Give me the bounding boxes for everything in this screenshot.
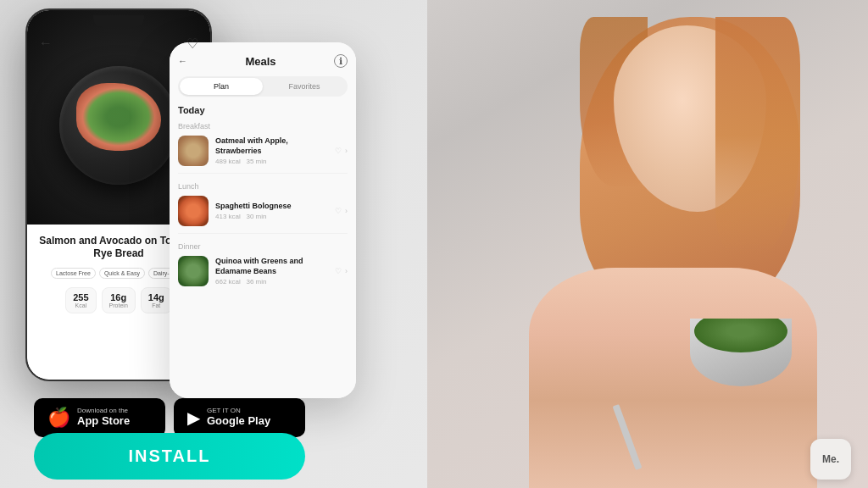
google-play-button[interactable]: ▶ GET IT ON Google Play <box>174 398 305 437</box>
google-play-line2: Google Play <box>207 414 270 428</box>
woman-photo <box>427 0 868 488</box>
heart-icon[interactable]: ♡ <box>186 36 198 52</box>
google-play-line1: GET IT ON <box>207 408 270 414</box>
tag-lactose: Lactose Free <box>51 268 96 279</box>
info-icon[interactable]: ℹ <box>334 54 348 68</box>
tab-favorites[interactable]: Favorites <box>263 78 346 95</box>
hair-front-right <box>715 17 800 254</box>
app-store-text: Download on the App Store <box>77 408 130 428</box>
phone-right: ← Meals ℹ Plan Favorites Today Breakfast… <box>170 42 356 398</box>
meal-info-quinoa: Quinoa with Greens and Edamame Beans 662… <box>215 257 328 286</box>
breakfast-label: Breakfast <box>178 122 348 130</box>
fat-label: Fat <box>148 302 164 308</box>
app-store-line1: Download on the <box>77 408 130 414</box>
meal-chevron-icon-3[interactable]: › <box>345 267 348 275</box>
meal-info-oatmeal: Oatmeal with Apple, Strawberries 489 kca… <box>215 136 328 165</box>
salad-greens <box>694 319 787 352</box>
kcal-label: Kcal <box>73 302 88 308</box>
food-item <box>76 83 161 151</box>
fork <box>613 404 643 470</box>
dinner-label: Dinner <box>178 242 348 251</box>
meals-title: Meals <box>187 55 334 68</box>
meal-meta-quinoa: 662 kcal 36 min <box>215 278 328 286</box>
meals-back-icon[interactable]: ← <box>178 56 187 66</box>
meal-meta-spaghetti: 413 kcal 30 min <box>215 213 328 220</box>
meal-quinoa[interactable]: Quinoa with Greens and Edamame Beans 662… <box>178 256 348 293</box>
meal-thumb-oatmeal <box>178 136 209 166</box>
protein-value: 16g <box>109 292 128 302</box>
day-label: Today <box>178 105 348 115</box>
tag-quick: Quick & Easy <box>99 268 145 279</box>
phone-nav: ← ♡ <box>27 36 210 52</box>
google-play-icon: ▶ <box>187 408 200 428</box>
install-button[interactable]: INSTALL <box>34 433 305 480</box>
download-area: 🍎 Download on the App Store ▶ GET IT ON … <box>34 398 305 437</box>
back-arrow-icon[interactable]: ← <box>39 36 53 52</box>
app-store-line2: App Store <box>77 414 130 428</box>
salad-bowl <box>690 319 792 386</box>
meal-chevron-icon-2[interactable]: › <box>345 207 348 215</box>
lunch-label: Lunch <box>178 182 348 191</box>
meal-actions-spaghetti: ♡ › <box>335 207 348 215</box>
meal-info-spaghetti: Spaghetti Bolognese 413 kcal 30 min <box>215 202 328 221</box>
body <box>529 268 817 488</box>
phone-notch <box>93 15 144 27</box>
food-plate <box>59 66 178 185</box>
nutrition-kcal: 255 Kcal <box>65 287 96 313</box>
fat-value: 14g <box>148 292 164 302</box>
tab-plan[interactable]: Plan <box>180 78 263 95</box>
me-label: Me. <box>822 453 839 465</box>
meal-heart-icon[interactable]: ♡ <box>335 147 342 155</box>
meal-actions-oatmeal: ♡ › <box>335 147 348 155</box>
meals-tabs: Plan Favorites <box>178 76 348 97</box>
me-button[interactable]: Me. <box>810 439 851 480</box>
meal-thumb-spaghetti <box>178 196 209 226</box>
kcal-value: 255 <box>73 292 88 302</box>
meal-actions-quinoa: ♡ › <box>335 267 348 275</box>
meal-heart-icon-2[interactable]: ♡ <box>335 207 342 215</box>
meal-thumb-quinoa <box>178 256 209 286</box>
protein-label: Protein <box>109 302 128 308</box>
meal-heart-icon-3[interactable]: ♡ <box>335 267 342 275</box>
nutrition-protein: 16g Protein <box>102 287 136 313</box>
meal-spaghetti[interactable]: Spaghetti Bolognese 413 kcal 30 min ♡ › <box>178 196 348 234</box>
meal-meta-oatmeal: 489 kcal 35 min <box>215 158 328 165</box>
meal-name-spaghetti: Spaghetti Bolognese <box>215 202 328 212</box>
meal-oatmeal[interactable]: Oatmeal with Apple, Strawberries 489 kca… <box>178 136 348 174</box>
meal-name-quinoa: Quinoa with Greens and Edamame Beans <box>215 257 328 276</box>
app-store-button[interactable]: 🍎 Download on the App Store <box>34 398 165 437</box>
meal-chevron-icon[interactable]: › <box>345 147 348 155</box>
google-play-text: GET IT ON Google Play <box>207 408 270 428</box>
meals-screen: ← Meals ℹ Plan Favorites Today Breakfast… <box>170 42 356 398</box>
nutrition-fat: 14g Fat <box>141 287 172 313</box>
meals-header: ← Meals ℹ <box>178 54 348 68</box>
apple-icon: 🍎 <box>47 407 70 429</box>
meal-name-oatmeal: Oatmeal with Apple, Strawberries <box>215 136 328 156</box>
